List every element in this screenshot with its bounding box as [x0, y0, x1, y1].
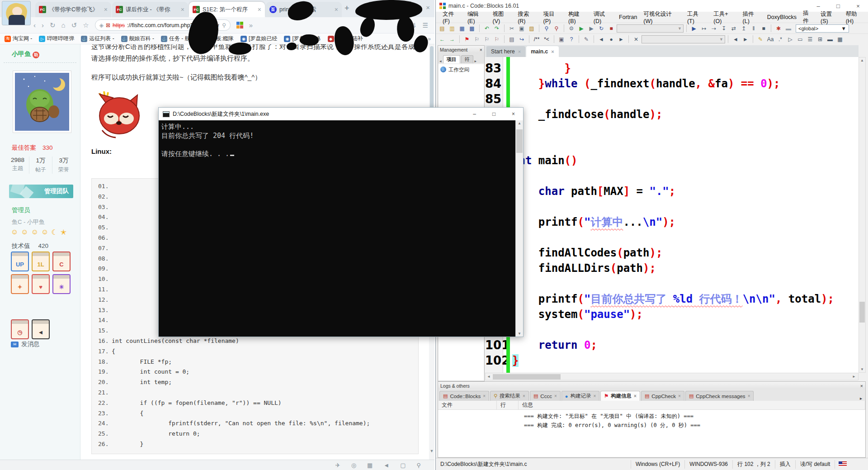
toolbar-icon[interactable]: ▥: [448, 24, 457, 33]
tabs-scroll-right-icon[interactable]: ▸: [474, 59, 477, 63]
scroll-left-icon[interactable]: ◄: [486, 375, 492, 379]
bookmark-item[interactable]: ⚓舰娘百科 -: [121, 35, 154, 43]
tab-close-icon[interactable]: ×: [104, 6, 108, 13]
toolbar-icon[interactable]: ←: [438, 35, 447, 44]
menu-item[interactable]: 插件(L): [740, 10, 764, 24]
maximize-icon[interactable]: □: [484, 108, 504, 120]
toolbar-icon[interactable]: ▣: [517, 24, 526, 33]
coin-badge[interactable]: 1L: [32, 252, 50, 271]
compass-icon[interactable]: ◎: [351, 462, 356, 469]
toolbar-icon[interactable]: ■: [759, 24, 768, 33]
home-icon[interactable]: ⌂: [61, 22, 66, 28]
bulb-badge[interactable]: ☀: [52, 274, 71, 294]
menu-item[interactable]: 视图(V): [490, 10, 515, 24]
favorite-icon[interactable]: ☆: [83, 22, 89, 28]
team-banner[interactable]: 管理团队: [9, 185, 73, 198]
menu-item[interactable]: 工具 (T): [684, 10, 710, 24]
up-badge[interactable]: UP: [11, 252, 29, 271]
extensions-overflow-icon[interactable]: »: [249, 22, 253, 28]
menu-item[interactable]: 搜索(R): [514, 10, 540, 24]
scope-combobox[interactable]: <global>▼: [796, 24, 849, 33]
toolbar-icon[interactable]: ⇢: [709, 24, 718, 33]
menu-item[interactable]: 可视化设计(W): [640, 10, 684, 24]
scrollbar-thumb[interactable]: [430, 46, 434, 114]
tab-close-icon[interactable]: ×: [678, 394, 681, 399]
menu-item[interactable]: 文件(F): [439, 10, 464, 24]
menu-item[interactable]: 工具+(O): [710, 10, 739, 24]
logs-tab[interactable]: ⚑构建信息×: [600, 391, 640, 401]
tab-close-icon[interactable]: ×: [554, 394, 557, 399]
logs-tab[interactable]: ⚲搜索结果×: [490, 391, 529, 401]
editor[interactable]: 8384858687888990919293949596979899100101…: [485, 57, 859, 373]
rocket-icon[interactable]: ✈: [335, 462, 340, 469]
menu-item[interactable]: 插件: [800, 9, 817, 25]
toolbar-icon[interactable]: ↧: [719, 24, 728, 33]
toolbar-icon[interactable]: ▶: [689, 24, 698, 33]
menu-item[interactable]: 构建(B): [565, 10, 590, 24]
console-window[interactable]: D:\CodeBlocks\新建文件夹\1\main.exe – □ × 计算中…: [158, 107, 524, 337]
toolbar-icon[interactable]: ◄: [731, 35, 740, 44]
scroll-up-icon[interactable]: ▲: [859, 58, 865, 62]
toolbar-icon[interactable]: ?: [567, 35, 576, 44]
browser-tab[interactable]: FC课后作业 - 《带你×: [112, 2, 188, 17]
toolbar-icon[interactable]: ▤: [438, 24, 447, 33]
toolbar-icon[interactable]: ↻: [597, 24, 606, 33]
toolbar-icon[interactable]: ⇄: [729, 24, 738, 33]
tab-close-icon[interactable]: ×: [551, 49, 554, 54]
toolbar-icon[interactable]: ▤: [507, 35, 516, 44]
menu-item[interactable]: 项目(P): [540, 10, 565, 24]
menu-item[interactable]: 调试(D): [590, 10, 616, 24]
toolbar-icon[interactable]: ◄: [597, 35, 606, 44]
apps-grid-icon[interactable]: [236, 22, 243, 28]
tab-close-icon[interactable]: ×: [748, 394, 750, 399]
toolbar-icon[interactable]: /**: [532, 35, 541, 44]
editor-tab[interactable]: Start here×: [486, 46, 525, 57]
toolbar-icon[interactable]: ↪: [517, 35, 526, 44]
browser-close-icon[interactable]: ×: [426, 4, 430, 11]
browser-avatar[interactable]: [2, 1, 31, 25]
editor-vscrollbar[interactable]: ▲ ▼: [859, 57, 866, 373]
toolbar-icon[interactable]: ✱: [774, 24, 783, 33]
toolbar-icon[interactable]: ⊞: [816, 35, 825, 44]
toolbar-icon[interactable]: ▨: [527, 24, 536, 33]
toolbar-icon[interactable]: ▦: [458, 24, 467, 33]
toolbar-icon[interactable]: ✎: [582, 35, 591, 44]
menu-item[interactable]: DoxyBlocks: [764, 14, 800, 20]
bookmark-item[interactable]: ▷哔哩哔哩弹: [39, 35, 74, 43]
toolbar-icon[interactable]: ‖: [749, 24, 758, 33]
menu-item[interactable]: 编辑(E): [464, 10, 490, 24]
toolbar-icon[interactable]: ⚙: [567, 24, 576, 33]
tab-close-icon[interactable]: ×: [593, 394, 596, 399]
logs-tab[interactable]: ▤CppCheck×: [641, 391, 684, 401]
bookmark-item[interactable]: 淘淘宝网 -: [5, 35, 32, 43]
panel-close-icon[interactable]: ×: [860, 383, 863, 389]
toolbar-icon[interactable]: .*: [776, 35, 785, 44]
browser-menu-icon[interactable]: ☰: [422, 22, 428, 29]
toolbar-icon[interactable]: ▶: [587, 24, 596, 33]
toolbar-icon[interactable]: ⚐: [492, 35, 501, 44]
toolbar-icon[interactable]: ⚲: [552, 24, 561, 33]
tab-close-icon[interactable]: ×: [483, 394, 486, 399]
console-scrollbar[interactable]: ▲ ▼: [515, 120, 523, 337]
toolbar-icon[interactable]: ☰: [806, 35, 815, 44]
toolbar-icon[interactable]: ✕: [632, 35, 641, 44]
minimize-icon[interactable]: –: [465, 108, 484, 120]
toolbar-icon[interactable]: ●: [607, 35, 616, 44]
toolbar-icon[interactable]: ▩: [467, 24, 476, 33]
management-tab[interactable]: 符: [461, 55, 473, 63]
toolbar-combobox[interactable]: ▼: [642, 35, 725, 43]
menu-item[interactable]: 帮助(H): [843, 10, 868, 24]
tab-close-icon[interactable]: ×: [258, 6, 261, 13]
toolbar-icon[interactable]: *<: [542, 35, 551, 44]
find-icon[interactable]: ⚲: [416, 462, 421, 469]
bookmark-item[interactable]: ◉[罗盘娘已经: [241, 35, 277, 43]
scroll-down-icon[interactable]: ▼: [859, 367, 865, 371]
toolbar-icon[interactable]: →: [448, 35, 457, 44]
toolbar-icon[interactable]: ▷: [786, 35, 795, 44]
tab-close-icon[interactable]: ×: [335, 6, 338, 13]
workspace-item[interactable]: 工作空间: [448, 66, 469, 73]
toolbar-icon[interactable]: ▬: [784, 24, 793, 33]
close-icon[interactable]: ×: [504, 108, 523, 120]
user-avatar[interactable]: [13, 71, 71, 133]
send-message-button[interactable]: ✉ 发消息: [11, 340, 40, 348]
